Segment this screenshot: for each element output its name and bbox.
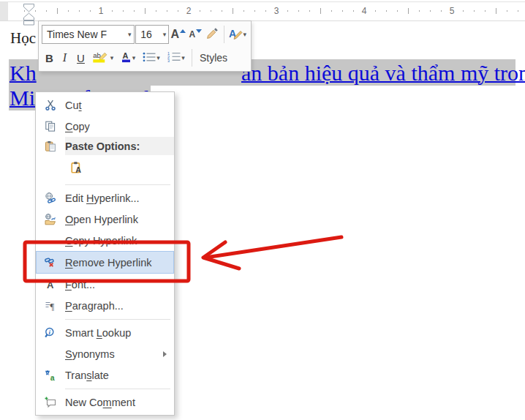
ruler-tick (123, 10, 124, 12)
keep-text-only-button[interactable]: A (67, 158, 87, 179)
edit-hyperlink-icon (36, 192, 65, 204)
remove-hyperlink-icon (36, 257, 65, 268)
menu-separator (36, 316, 174, 322)
ruler-tick (485, 10, 486, 12)
highlighter-icon: ab (93, 50, 110, 65)
ruler-tick (342, 10, 343, 12)
menu-item-open-hyperlink[interactable]: Open Hyperlink (36, 209, 174, 230)
ruler-tick (474, 10, 475, 12)
hyperlink-text-line1-start[interactable]: Kh (10, 61, 37, 85)
ruler-tick (57, 8, 58, 14)
shrink-font-label: A (189, 29, 196, 40)
ruler-number: 1 (97, 5, 106, 17)
smart-lookup-icon: i (36, 327, 65, 339)
chevron-down-icon: ▾ (110, 55, 114, 61)
menu-item-copy-hyperlink[interactable]: Copy Hyperlink (36, 230, 174, 251)
ruler-tick (178, 10, 178, 12)
ruler-tick (112, 10, 113, 12)
menu-item-font[interactable]: AFont... (36, 274, 174, 295)
ruler-tick (408, 8, 409, 14)
underline-button[interactable]: U (72, 48, 89, 68)
arrow-up-icon (180, 29, 186, 33)
ruler-tick (46, 10, 47, 12)
numbering-button[interactable]: 123 ▾ (164, 48, 189, 68)
ruler-tick (375, 10, 376, 12)
chevron-down-icon: ▾ (243, 31, 246, 38)
copy-icon (36, 121, 65, 132)
menu-separator (36, 386, 174, 391)
menu-row-paste-option-buttons: A (36, 155, 174, 181)
menu-item-paragraph[interactable]: ¶Paragraph... (36, 295, 174, 316)
font-name-select[interactable]: Times New F ▾ (42, 25, 135, 44)
svg-text:a: a (50, 372, 54, 380)
toolbar-divider (224, 26, 224, 43)
chevron-down-icon: ▾ (163, 31, 167, 38)
menu-item-remove-hyperlink[interactable]: Remove Hyperlink (36, 251, 174, 274)
format-painter-button[interactable] (204, 25, 221, 45)
ruler-tick (320, 8, 321, 14)
menu-item-edit-hyperlink[interactable]: Edit Hyperlink... (36, 187, 174, 209)
numbered-list-icon: 123 (167, 51, 181, 64)
menu-item-new-comment[interactable]: New Comment (36, 391, 174, 413)
bullets-button[interactable]: ▾ (139, 48, 164, 68)
italic-button[interactable]: I (57, 48, 72, 68)
ruler-tick (397, 10, 398, 12)
ruler-tick (200, 10, 200, 12)
bold-button[interactable]: B (42, 48, 57, 68)
ruler-tick (507, 10, 507, 12)
styles-button[interactable]: Styles (195, 48, 232, 68)
font-color-button[interactable]: A ▾ (117, 48, 139, 68)
hyperlink-text-line1-rest[interactable]: ăn bản hiệu quả và thẩm mỹ trong (241, 61, 525, 85)
hanging-indent-marker[interactable] (24, 13, 34, 20)
format-text-effects-button[interactable]: A ▾ (227, 25, 248, 45)
menu-header-paste-options: Paste Options: (36, 137, 174, 155)
ruler-number: 5 (447, 5, 457, 17)
menu-item-translate[interactable]: aTranslate (36, 364, 174, 386)
arrow-head-annotation (203, 242, 239, 269)
format-painter-icon (206, 27, 219, 42)
ruler-tick (68, 10, 69, 12)
left-indent-marker[interactable] (24, 21, 34, 26)
chevron-down-icon: ▾ (132, 55, 136, 61)
font-size-select[interactable]: 16 ▾ (135, 25, 169, 44)
menu-separator (36, 181, 174, 187)
svg-text:A: A (122, 51, 128, 60)
toolbar-divider (192, 49, 192, 67)
menu-item-smart-lookup[interactable]: iSmart Lookup (36, 322, 174, 343)
ruler-tick (309, 10, 310, 12)
ruler-tick (265, 10, 266, 12)
first-line-indent-marker[interactable] (24, 4, 34, 12)
menu-item-cut[interactable]: Cut (36, 94, 174, 116)
indent-markers (23, 2, 34, 26)
ruler-tick (134, 10, 135, 12)
ruler-tick (419, 10, 420, 12)
ruler-tick (90, 10, 91, 12)
menu-item-synonyms[interactable]: Synonyms (36, 343, 174, 364)
a-pen-icon: A (228, 27, 243, 42)
bulleted-list-icon (143, 52, 156, 64)
text-highlight-color-button[interactable]: ab ▾ (89, 48, 117, 68)
ruler-tick (35, 10, 36, 12)
ruler-tick (145, 8, 146, 14)
ruler-tick (331, 10, 332, 12)
new-comment-icon (36, 397, 65, 408)
ruler-margin-area (0, 2, 8, 20)
ruler-tick (298, 10, 299, 12)
menu-item-copy[interactable]: Copy (36, 116, 174, 137)
paragraph-text[interactable]: Học (10, 30, 36, 46)
open-hyperlink-icon (36, 214, 65, 225)
paragraph-icon: ¶ (36, 300, 65, 311)
paste-text-icon: A (70, 161, 83, 176)
ruler-tick (386, 10, 387, 12)
svg-text:A: A (47, 280, 54, 290)
ruler-tick (518, 10, 518, 12)
grow-font-button[interactable]: A (169, 25, 187, 45)
svg-text:3: 3 (167, 59, 170, 62)
font-size-value: 16 (140, 29, 152, 40)
svg-text:i: i (49, 328, 51, 335)
ruler-tick (79, 10, 80, 12)
shrink-font-button[interactable]: A (187, 25, 204, 45)
horizontal-ruler[interactable]: 12345 (0, 1, 525, 21)
ruler-number: 2 (184, 5, 194, 17)
context-menu: CutCopyPaste Options:AEdit Hyperlink...O… (35, 91, 175, 416)
